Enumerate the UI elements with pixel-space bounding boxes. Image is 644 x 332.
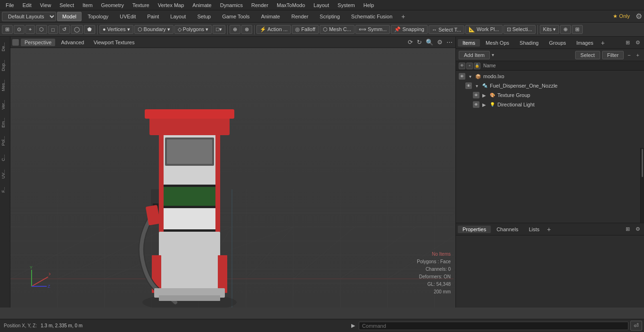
sidebar-item-dup[interactable]: Dup... (1, 56, 9, 75)
item-row-dispenser[interactable]: 👁 ▾ 🔩 Fuel_Dispenser_One_Nozzle (456, 81, 644, 90)
tool-grid[interactable]: ⊞ (572, 25, 583, 34)
item-row-texture[interactable]: 👁 ▶ 🎨 Texture Group (456, 90, 644, 100)
col-icon-lock[interactable]: 🔒 (474, 63, 480, 69)
item-expand-modo[interactable]: ▾ (467, 74, 473, 79)
item-expand-dispenser[interactable]: ▾ (474, 83, 479, 89)
menu-item[interactable]: Item (79, 1, 96, 9)
command-submit-button[interactable]: ⏎ (630, 321, 642, 331)
item-row-modo[interactable]: 👁 ▾ 📦 modo.lxo (456, 72, 644, 81)
sidebar-item-c[interactable]: C... (1, 151, 9, 165)
menu-texture[interactable]: Texture (129, 1, 153, 9)
viewport-gear-icon[interactable]: ⚙ (436, 38, 444, 47)
item-expand-light[interactable]: ▶ (481, 102, 487, 107)
item-row-light[interactable]: 👁 ▶ 💡 Directional Light (456, 100, 644, 109)
col-icon-add[interactable]: + (466, 63, 473, 69)
menu-geometry[interactable]: Geometry (97, 1, 127, 9)
layout-add-button[interactable]: + (398, 12, 408, 21)
tool-add[interactable]: ⊕ (560, 25, 571, 34)
tab-schematic-fusion[interactable]: Schematic Fusion (346, 12, 397, 21)
tab-paint[interactable]: Paint (142, 12, 164, 21)
right-tab-add-button[interactable]: + (599, 38, 607, 48)
tool-crosshair[interactable]: ⌖ (25, 25, 35, 34)
menu-help[interactable]: Help (360, 1, 378, 9)
tab-layout[interactable]: Layout (165, 12, 191, 21)
viewport-3d[interactable]: X Y Z No Items Polygons : Face Channels:… (10, 48, 455, 308)
items-list[interactable]: 👁 ▾ 📦 modo.lxo 👁 ▾ 🔩 Fuel_Dispenser_One_… (456, 71, 644, 148)
tab-render[interactable]: Render (286, 12, 314, 21)
menu-animate[interactable]: Animate (189, 1, 215, 9)
item-vis-modo[interactable]: 👁 (459, 73, 465, 80)
sidebar-item-mes[interactable]: Mes... (1, 76, 9, 95)
add-item-button[interactable]: Add Item (459, 51, 490, 59)
menu-system[interactable]: System (334, 1, 359, 9)
tool-circle[interactable]: ⊙ (14, 25, 25, 34)
item-vis-dispenser[interactable]: 👁 (465, 82, 472, 89)
rtab-groups[interactable]: Groups (544, 39, 570, 47)
menu-dynamics[interactable]: Dynamics (216, 1, 247, 9)
menu-edit[interactable]: Edit (19, 1, 35, 9)
tool-work-pl[interactable]: 📐 Work Pl... (465, 25, 503, 34)
items-plus-button[interactable]: + (635, 51, 641, 59)
command-arrow[interactable]: ▶ (349, 323, 357, 329)
props-tab-add[interactable]: + (545, 225, 553, 234)
right-panel-gear-icon[interactable]: ⚙ (634, 39, 642, 47)
ptab-properties[interactable]: Properties (458, 226, 491, 233)
viewport-rotate-icon[interactable]: ↻ (416, 38, 423, 47)
tool-rotate[interactable]: ↺ (59, 25, 70, 34)
tool-mesh-c[interactable]: ⬡ Mesh C... (320, 25, 355, 34)
items-select-button[interactable]: Select (575, 51, 600, 59)
layout-dropdown[interactable]: Default Layouts (2, 12, 56, 21)
item-vis-light[interactable]: 👁 (473, 101, 479, 108)
sidebar-item-pol[interactable]: Pol... (1, 132, 9, 150)
viewport-tab-textures[interactable]: Viewport Textures (90, 39, 138, 46)
rtab-shading[interactable]: Shading (515, 39, 543, 47)
tab-model[interactable]: Model (57, 12, 82, 21)
right-panel-expand-icon[interactable]: ⊞ (624, 39, 632, 47)
sidebar-item-em[interactable]: Em... (1, 114, 9, 131)
sidebar-item-f[interactable]: F... (1, 183, 9, 196)
tool-falloff[interactable]: ◎ Falloff (292, 25, 319, 34)
tool-vertices[interactable]: ● Vertices ▾ (99, 25, 133, 34)
menu-select[interactable]: Select (56, 1, 78, 9)
tool-select-mode[interactable]: ⊞ (2, 25, 13, 34)
tool-mesh-type[interactable]: □▾ (213, 25, 225, 34)
viewport-tab-advanced[interactable]: Advanced (57, 39, 88, 46)
tab-uvedit[interactable]: UVEdit (115, 12, 141, 21)
tool-diamond[interactable]: ⬟ (84, 25, 95, 34)
items-filter-button[interactable]: Filter (602, 51, 624, 59)
menu-view[interactable]: View (36, 1, 55, 9)
tab-game-tools[interactable]: Game Tools (217, 12, 255, 21)
menu-layout[interactable]: Layout (310, 1, 333, 9)
tool-snapping[interactable]: 📌 Snapping (391, 25, 428, 34)
tool-polygons[interactable]: ◇ Polygons ▾ (174, 25, 212, 34)
viewport-toggle[interactable] (12, 39, 19, 46)
tool-action[interactable]: ⚡ Action ... (256, 25, 291, 34)
tool-plus[interactable]: ⊕ (230, 25, 240, 34)
tool-selecti[interactable]: ⊡ Selecti... (504, 25, 536, 34)
menu-maxtomodo[interactable]: MaxToModo (273, 1, 309, 9)
props-gear-icon[interactable]: ⚙ (634, 225, 642, 233)
sidebar-item-uv[interactable]: UV... (1, 166, 9, 182)
viewport-more-icon[interactable]: ⋯ (446, 38, 454, 47)
tool-symm[interactable]: ⟺ Symm... (355, 25, 390, 34)
item-vis-texture[interactable]: 👁 (473, 92, 479, 98)
rtab-images[interactable]: Images (572, 39, 598, 47)
rtab-items[interactable]: Items (458, 39, 480, 47)
tool-square[interactable]: □ (48, 25, 58, 34)
viewport-reset-icon[interactable]: ⟳ (407, 38, 414, 47)
tab-setup[interactable]: Setup (192, 12, 216, 21)
col-icon-vis[interactable]: 👁 (459, 63, 465, 69)
ptab-channels[interactable]: Channels (492, 226, 523, 233)
tool-ring[interactable]: ◯ (71, 25, 83, 34)
menu-file[interactable]: File (2, 1, 18, 9)
tool-cross[interactable]: ⊗ (241, 25, 252, 34)
sidebar-item-ver[interactable]: Ver... (1, 96, 9, 113)
viewport-zoom-icon[interactable]: 🔍 (425, 38, 434, 47)
tab-animate[interactable]: Animate (256, 12, 285, 21)
item-expand-texture[interactable]: ▶ (481, 93, 487, 98)
items-minus-button[interactable]: − (626, 51, 632, 59)
props-expand-icon[interactable]: ⊞ (624, 225, 632, 233)
add-item-dropdown[interactable]: ▾ (492, 52, 494, 57)
menu-vertex-map[interactable]: Vertex Map (154, 1, 188, 9)
menu-render[interactable]: Render (248, 1, 272, 9)
